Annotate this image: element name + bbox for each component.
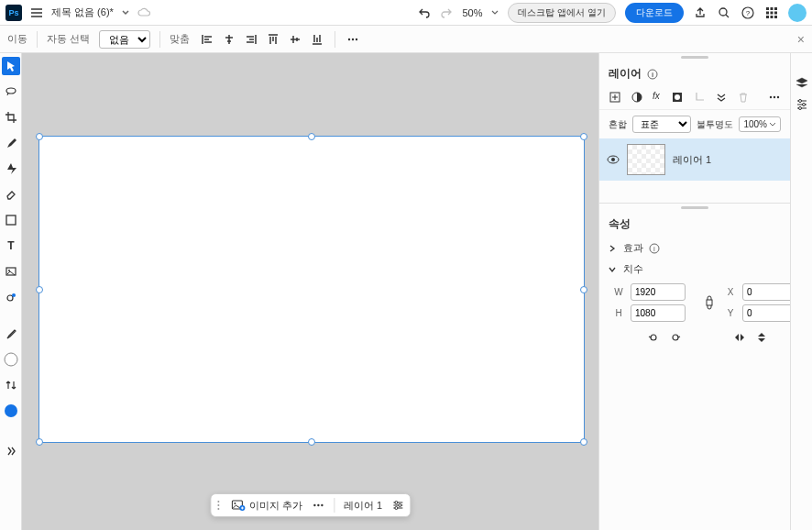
svg-rect-11 <box>774 16 777 18</box>
layers-tab-icon[interactable] <box>795 75 809 90</box>
clone-stamp-tool[interactable] <box>2 288 20 306</box>
transform-handle[interactable] <box>36 438 43 446</box>
swap-colors-icon[interactable] <box>2 376 20 394</box>
link-wh-icon[interactable] <box>700 294 719 311</box>
transform-reset-row <box>599 326 790 344</box>
transform-handle[interactable] <box>580 133 587 140</box>
chevron-down-icon[interactable] <box>121 8 130 17</box>
svg-point-13 <box>352 38 354 39</box>
open-desktop-button[interactable]: 데스크탑 앱에서 열기 <box>508 3 616 23</box>
transform-handle[interactable] <box>36 133 43 140</box>
add-layer-icon[interactable] <box>609 91 621 105</box>
auto-select-dropdown[interactable]: 없음 <box>99 30 150 49</box>
eyedropper-tool[interactable] <box>2 325 20 343</box>
move-tool[interactable] <box>2 57 20 75</box>
search-icon[interactable] <box>717 6 731 20</box>
align-center-v-icon[interactable] <box>287 31 303 48</box>
info-icon[interactable]: i <box>647 69 658 80</box>
properties-icon[interactable] <box>391 499 404 512</box>
close-options-icon[interactable]: × <box>797 32 805 47</box>
info-icon[interactable]: i <box>649 243 660 254</box>
align-center-h-icon[interactable] <box>221 31 237 48</box>
help-icon[interactable]: ? <box>741 6 755 20</box>
clip-icon[interactable] <box>693 91 706 105</box>
image-tool[interactable] <box>2 262 20 281</box>
align-bottom-icon[interactable] <box>309 31 325 48</box>
flip-horizontal-icon[interactable] <box>733 331 746 344</box>
apps-icon[interactable] <box>764 6 779 20</box>
menu-icon[interactable] <box>29 6 44 20</box>
align-top-icon[interactable] <box>265 31 281 48</box>
mask-icon[interactable] <box>671 91 684 105</box>
panel-drag-handle[interactable] <box>599 204 790 211</box>
drag-handle-icon[interactable] <box>216 499 222 512</box>
chevron-down-icon <box>609 266 618 273</box>
opacity-select[interactable]: 100% <box>739 116 781 132</box>
undo-icon[interactable] <box>418 6 431 19</box>
contextual-taskbar: 이미지 추가 레이어 1 <box>210 493 411 517</box>
share-icon[interactable] <box>693 6 708 20</box>
align-group <box>199 31 325 48</box>
chevron-right-icon <box>609 245 618 252</box>
layer-name-label[interactable]: 레이어 1 <box>344 499 382 513</box>
transform-handle[interactable] <box>308 438 315 446</box>
expand-tools-icon[interactable] <box>2 442 20 460</box>
canvas-area[interactable]: 이미지 추가 레이어 1 <box>22 53 598 530</box>
layer-name[interactable]: 레이어 1 <box>673 153 711 167</box>
blend-mode-select[interactable]: 표준 <box>632 116 691 133</box>
layer-thumbnail[interactable] <box>627 144 665 175</box>
transform-handle[interactable] <box>36 286 43 293</box>
svg-rect-8 <box>774 11 777 14</box>
color-swatch-white[interactable] <box>2 350 20 369</box>
top-bar: Ps 제목 없음 (6)* 50% 데스크탑 앱에서 열기 다운로드 ? <box>0 0 812 26</box>
fx-icon[interactable]: fx <box>653 91 662 105</box>
more-icon[interactable] <box>312 499 324 512</box>
download-button[interactable]: 다운로드 <box>625 3 684 23</box>
transform-handle[interactable] <box>308 133 315 140</box>
brush-tool[interactable] <box>2 134 20 152</box>
svg-rect-49 <box>707 300 712 305</box>
svg-point-32 <box>321 504 323 506</box>
adjustment-layer-icon[interactable] <box>631 91 643 105</box>
panel-drag-handle[interactable] <box>599 53 790 61</box>
effects-row[interactable]: 효과 i <box>599 237 790 259</box>
dimensions-row[interactable]: 치수 <box>599 259 790 280</box>
more-options-icon[interactable] <box>345 31 361 48</box>
adjustments-tab-icon[interactable] <box>795 97 809 112</box>
app-logo[interactable]: Ps <box>5 5 22 21</box>
x-input[interactable] <box>742 283 797 301</box>
redo-icon[interactable] <box>440 6 453 19</box>
add-image-button[interactable]: 이미지 추가 <box>231 499 302 513</box>
panel-menu-icon[interactable] <box>768 91 781 105</box>
align-left-icon[interactable] <box>199 31 215 48</box>
merge-icon[interactable] <box>715 91 728 105</box>
visibility-icon[interactable] <box>607 153 620 166</box>
y-input[interactable] <box>742 304 797 322</box>
delete-layer-icon[interactable] <box>737 91 750 105</box>
transform-handle[interactable] <box>580 438 587 446</box>
user-avatar[interactable] <box>788 4 807 22</box>
layer-row[interactable]: 레이어 1 <box>599 138 790 181</box>
width-input[interactable] <box>631 283 686 301</box>
svg-text:i: i <box>652 71 653 79</box>
lasso-tool[interactable] <box>2 83 20 101</box>
color-swatch-blue[interactable] <box>2 402 20 420</box>
properties-title: 속성 <box>609 216 631 232</box>
svg-point-0 <box>719 8 727 16</box>
height-input[interactable] <box>631 304 686 322</box>
quick-action-tool[interactable] <box>2 160 20 178</box>
canvas[interactable] <box>38 136 585 443</box>
shape-tool[interactable] <box>2 211 20 229</box>
eraser-tool[interactable] <box>2 185 20 204</box>
rotate-ccw-icon[interactable] <box>647 331 660 344</box>
svg-point-22 <box>5 353 17 366</box>
text-tool[interactable]: T <box>2 237 20 255</box>
flip-vertical-icon[interactable] <box>755 331 768 344</box>
chevron-down-icon[interactable] <box>491 9 499 17</box>
cloud-icon[interactable] <box>137 6 150 19</box>
zoom-level[interactable]: 50% <box>462 7 482 18</box>
rotate-cw-icon[interactable] <box>669 331 682 344</box>
transform-handle[interactable] <box>580 286 587 293</box>
crop-tool[interactable] <box>2 108 20 127</box>
align-right-icon[interactable] <box>243 31 259 48</box>
